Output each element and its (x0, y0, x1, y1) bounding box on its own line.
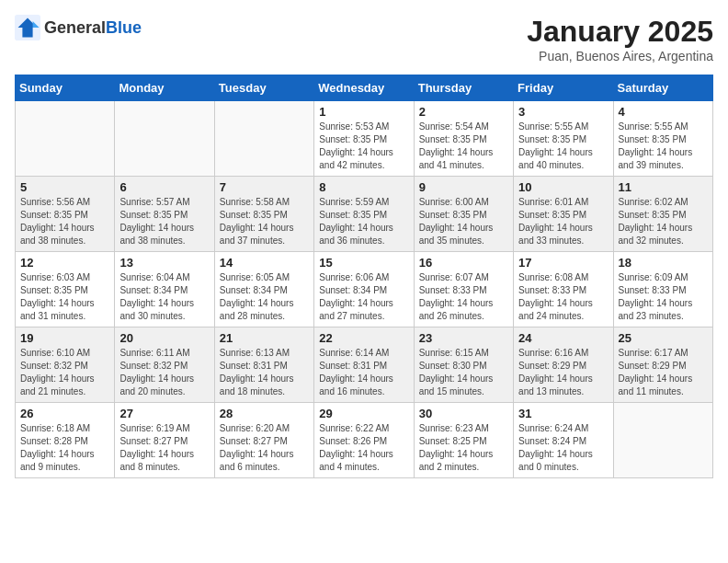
day-number: 19 (20, 331, 109, 345)
calendar-cell: 23Sunrise: 6:15 AM Sunset: 8:30 PM Dayli… (414, 327, 513, 403)
day-number: 26 (20, 407, 109, 420)
calendar-cell: 6Sunrise: 5:57 AM Sunset: 8:35 PM Daylig… (115, 177, 214, 252)
calendar-week-row: 26Sunrise: 6:18 AM Sunset: 8:28 PM Dayli… (16, 403, 713, 478)
day-number: 18 (619, 256, 708, 270)
calendar-cell (214, 101, 313, 177)
day-info: Sunrise: 6:01 AM Sunset: 8:35 PM Dayligh… (518, 196, 608, 247)
day-number: 6 (119, 180, 209, 194)
day-number: 13 (119, 256, 209, 270)
calendar-cell (16, 101, 115, 177)
day-info: Sunrise: 6:15 AM Sunset: 8:30 PM Dayligh… (419, 347, 508, 398)
day-number: 23 (419, 331, 508, 345)
calendar-week-row: 1Sunrise: 5:53 AM Sunset: 8:35 PM Daylig… (16, 101, 713, 177)
day-number: 16 (419, 256, 508, 270)
day-number: 22 (319, 331, 408, 345)
day-info: Sunrise: 5:57 AM Sunset: 8:35 PM Dayligh… (119, 196, 209, 247)
day-info: Sunrise: 6:17 AM Sunset: 8:29 PM Dayligh… (619, 347, 708, 398)
calendar-cell: 15Sunrise: 6:06 AM Sunset: 8:34 PM Dayli… (314, 252, 414, 327)
calendar-cell: 5Sunrise: 5:56 AM Sunset: 8:35 PM Daylig… (16, 177, 115, 252)
day-info: Sunrise: 6:18 AM Sunset: 8:28 PM Dayligh… (20, 422, 109, 474)
calendar-cell: 11Sunrise: 6:02 AM Sunset: 8:35 PM Dayli… (613, 177, 712, 252)
day-info: Sunrise: 5:58 AM Sunset: 8:35 PM Dayligh… (220, 196, 309, 247)
weekday-header-tuesday: Tuesday (214, 75, 313, 101)
calendar-cell: 9Sunrise: 6:00 AM Sunset: 8:35 PM Daylig… (414, 177, 513, 252)
day-number: 20 (119, 331, 209, 345)
weekday-header-thursday: Thursday (414, 75, 513, 101)
day-number: 7 (220, 180, 309, 194)
day-info: Sunrise: 6:16 AM Sunset: 8:29 PM Dayligh… (518, 347, 608, 398)
weekday-header-friday: Friday (514, 75, 613, 101)
day-info: Sunrise: 6:00 AM Sunset: 8:35 PM Dayligh… (419, 196, 508, 247)
day-number: 5 (20, 180, 109, 194)
page-header: GeneralBlue January 2025 Puan, Buenos Ai… (15, 15, 713, 63)
weekday-header-row: SundayMondayTuesdayWednesdayThursdayFrid… (16, 75, 713, 101)
day-info: Sunrise: 5:56 AM Sunset: 8:35 PM Dayligh… (20, 196, 109, 247)
day-info: Sunrise: 6:06 AM Sunset: 8:34 PM Dayligh… (319, 271, 408, 323)
day-info: Sunrise: 6:19 AM Sunset: 8:27 PM Dayligh… (119, 422, 209, 474)
day-info: Sunrise: 6:10 AM Sunset: 8:32 PM Dayligh… (20, 347, 109, 398)
day-number: 21 (220, 331, 309, 345)
day-info: Sunrise: 6:20 AM Sunset: 8:27 PM Dayligh… (220, 422, 309, 474)
calendar-cell: 25Sunrise: 6:17 AM Sunset: 8:29 PM Dayli… (613, 327, 712, 403)
calendar-week-row: 12Sunrise: 6:03 AM Sunset: 8:35 PM Dayli… (16, 252, 713, 327)
day-number: 11 (619, 180, 708, 194)
day-info: Sunrise: 6:09 AM Sunset: 8:33 PM Dayligh… (619, 271, 708, 323)
weekday-header-saturday: Saturday (613, 75, 712, 101)
calendar-cell: 16Sunrise: 6:07 AM Sunset: 8:33 PM Dayli… (414, 252, 513, 327)
day-info: Sunrise: 6:07 AM Sunset: 8:33 PM Dayligh… (419, 271, 508, 323)
calendar-cell (115, 101, 214, 177)
weekday-header-wednesday: Wednesday (314, 75, 414, 101)
day-number: 9 (419, 180, 508, 194)
day-info: Sunrise: 5:59 AM Sunset: 8:35 PM Dayligh… (319, 196, 408, 247)
day-info: Sunrise: 5:55 AM Sunset: 8:35 PM Dayligh… (619, 121, 708, 172)
calendar-week-row: 5Sunrise: 5:56 AM Sunset: 8:35 PM Daylig… (16, 177, 713, 252)
logo-text-general: General (44, 18, 106, 37)
day-number: 31 (518, 407, 608, 420)
calendar-cell: 7Sunrise: 5:58 AM Sunset: 8:35 PM Daylig… (214, 177, 313, 252)
day-number: 29 (319, 407, 408, 420)
day-info: Sunrise: 6:05 AM Sunset: 8:34 PM Dayligh… (220, 271, 309, 323)
calendar-cell: 2Sunrise: 5:54 AM Sunset: 8:35 PM Daylig… (414, 101, 513, 177)
calendar-cell: 10Sunrise: 6:01 AM Sunset: 8:35 PM Dayli… (514, 177, 613, 252)
calendar-cell: 17Sunrise: 6:08 AM Sunset: 8:33 PM Dayli… (514, 252, 613, 327)
calendar-cell: 13Sunrise: 6:04 AM Sunset: 8:34 PM Dayli… (115, 252, 214, 327)
day-number: 14 (220, 256, 309, 270)
day-info: Sunrise: 6:14 AM Sunset: 8:31 PM Dayligh… (319, 347, 408, 398)
day-number: 3 (518, 105, 608, 119)
day-number: 15 (319, 256, 408, 270)
logo: GeneralBlue (15, 15, 142, 40)
calendar-cell: 22Sunrise: 6:14 AM Sunset: 8:31 PM Dayli… (314, 327, 414, 403)
logo-text-blue: Blue (106, 18, 142, 37)
calendar-cell: 28Sunrise: 6:20 AM Sunset: 8:27 PM Dayli… (214, 403, 313, 478)
calendar-cell: 27Sunrise: 6:19 AM Sunset: 8:27 PM Dayli… (115, 403, 214, 478)
day-info: Sunrise: 5:55 AM Sunset: 8:35 PM Dayligh… (518, 121, 608, 172)
day-info: Sunrise: 6:04 AM Sunset: 8:34 PM Dayligh… (119, 271, 209, 323)
day-info: Sunrise: 6:02 AM Sunset: 8:35 PM Dayligh… (619, 196, 708, 247)
calendar-table: SundayMondayTuesdayWednesdayThursdayFrid… (15, 75, 713, 478)
day-info: Sunrise: 6:11 AM Sunset: 8:32 PM Dayligh… (119, 347, 209, 398)
calendar-cell: 31Sunrise: 6:24 AM Sunset: 8:24 PM Dayli… (514, 403, 613, 478)
day-info: Sunrise: 6:24 AM Sunset: 8:24 PM Dayligh… (518, 422, 608, 474)
calendar-cell: 12Sunrise: 6:03 AM Sunset: 8:35 PM Dayli… (16, 252, 115, 327)
day-number: 25 (619, 331, 708, 345)
calendar-cell (613, 403, 712, 478)
weekday-header-monday: Monday (115, 75, 214, 101)
day-number: 2 (419, 105, 508, 119)
logo-icon (15, 15, 40, 40)
day-number: 27 (119, 407, 209, 420)
day-info: Sunrise: 6:22 AM Sunset: 8:26 PM Dayligh… (319, 422, 408, 474)
day-info: Sunrise: 5:53 AM Sunset: 8:35 PM Dayligh… (319, 121, 408, 172)
calendar-cell: 20Sunrise: 6:11 AM Sunset: 8:32 PM Dayli… (115, 327, 214, 403)
calendar-cell: 21Sunrise: 6:13 AM Sunset: 8:31 PM Dayli… (214, 327, 313, 403)
weekday-header-sunday: Sunday (16, 75, 115, 101)
day-number: 24 (518, 331, 608, 345)
day-number: 30 (419, 407, 508, 420)
day-number: 28 (220, 407, 309, 420)
day-number: 17 (518, 256, 608, 270)
day-number: 8 (319, 180, 408, 194)
calendar-cell: 18Sunrise: 6:09 AM Sunset: 8:33 PM Dayli… (613, 252, 712, 327)
calendar-cell: 24Sunrise: 6:16 AM Sunset: 8:29 PM Dayli… (514, 327, 613, 403)
month-title: January 2025 (527, 15, 713, 49)
title-block: January 2025 Puan, Buenos Aires, Argenti… (527, 15, 713, 63)
location: Puan, Buenos Aires, Argentina (527, 49, 713, 63)
